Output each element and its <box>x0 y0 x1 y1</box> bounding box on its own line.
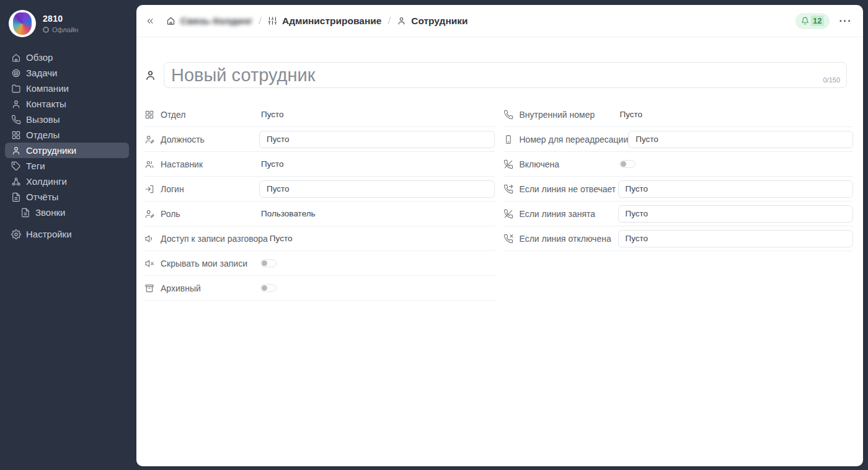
sidebar-item-label: Отчёты <box>26 192 58 202</box>
form-right-column: Внутренний номер Пусто Номер для переадр… <box>503 102 854 251</box>
sidebar-item-label: Обзор <box>26 52 53 63</box>
phone-x-icon <box>503 234 513 244</box>
sidebar-item-label: Вызовы <box>26 114 60 125</box>
position-input[interactable] <box>259 131 495 148</box>
phone-icon <box>503 110 513 120</box>
user-pen-icon <box>144 209 154 219</box>
line-busy-input[interactable] <box>618 205 854 223</box>
record-access-value[interactable]: Пусто <box>268 234 293 243</box>
forward-number-input[interactable] <box>628 131 853 148</box>
sidebar-item-calls[interactable]: Вызовы <box>5 112 129 127</box>
sidebar-item-contacts[interactable]: Контакты <box>5 96 129 112</box>
employee-name-input[interactable] <box>164 62 847 88</box>
login-input[interactable] <box>259 180 495 198</box>
breadcrumb-holding[interactable]: Связь-Холдинг <box>166 16 252 27</box>
sidebar-item-label: Компании <box>26 83 69 94</box>
row-line-busy: Если линия занята <box>503 202 854 226</box>
field-label: Скрывать мои записи <box>161 259 259 268</box>
volume-x-icon <box>144 259 154 268</box>
extension-number-value[interactable]: Пусто <box>618 110 643 119</box>
row-hide-records: Скрывать мои записи <box>144 251 495 276</box>
sidebar-item-reports[interactable]: Отчёты <box>5 189 129 205</box>
more-menu-button[interactable]: ··· <box>839 18 852 24</box>
sidebar-item-label: Сотрудники <box>26 145 76 156</box>
toggle-knob <box>621 161 626 167</box>
role-value[interactable]: Пользователь <box>259 209 316 218</box>
notifications-count: 12 <box>811 16 823 26</box>
user-status: Офлайн <box>43 26 78 33</box>
hide-records-toggle[interactable] <box>260 259 277 267</box>
field-label: Если линия отключена <box>520 234 618 244</box>
user-status-label: Офлайн <box>52 26 78 33</box>
breadcrumb-label: Администрирование <box>282 16 382 27</box>
folder-icon <box>11 84 21 94</box>
department-value[interactable]: Пусто <box>259 110 284 119</box>
user-block[interactable]: 2810 Офлайн <box>0 0 136 45</box>
field-label: Включена <box>520 159 618 169</box>
tag-icon <box>11 161 21 171</box>
field-label: Наставник <box>161 159 259 169</box>
sidebar-item-label: Отделы <box>26 130 60 140</box>
breadcrumb-separator: / <box>259 15 262 27</box>
row-position: Должность <box>144 127 495 152</box>
users-icon <box>144 159 154 169</box>
user-icon <box>11 99 21 109</box>
network-icon <box>11 177 21 187</box>
field-label: Роль <box>161 209 259 219</box>
grid-icon <box>11 130 21 140</box>
avatar-image <box>13 12 32 35</box>
sidebar-item-tags[interactable]: Теги <box>5 158 129 174</box>
archive-icon <box>144 283 154 293</box>
row-line-no-answer: Если линия не отвечает <box>503 177 854 202</box>
field-label: Номер для переадресации <box>520 135 629 144</box>
line-no-answer-input[interactable] <box>618 180 854 198</box>
status-offline-icon <box>43 27 49 33</box>
row-role: Роль Пользователь <box>144 202 495 226</box>
sliders-icon <box>268 16 277 25</box>
line-enabled-toggle[interactable] <box>619 160 636 168</box>
breadcrumb-administration[interactable]: Администрирование <box>268 16 382 27</box>
field-label: Логин <box>161 184 259 194</box>
sidebar-item-reports-calls[interactable]: Звонки <box>5 205 129 220</box>
user-icon <box>144 69 156 81</box>
field-label: Архивный <box>161 283 259 293</box>
sidebar-item-holdings[interactable]: Холдинги <box>5 174 129 189</box>
sidebar-item-tasks[interactable]: Задачи <box>5 65 129 81</box>
toggle-knob <box>262 285 267 291</box>
field-label: Если линия не отвечает <box>520 184 618 194</box>
breadcrumb-label: Связь-Холдинг <box>180 16 252 27</box>
breadcrumb: Связь-Холдинг / Администрирование / Сотр… <box>166 15 468 27</box>
user-name: 2810 <box>43 14 78 24</box>
employee-form: Отдел Пусто Должность Наставник Пусто Ло… <box>136 102 863 301</box>
toggle-knob <box>262 260 267 266</box>
row-mentor: Наставник Пусто <box>144 152 495 177</box>
sidebar-item-employees[interactable]: Сотрудники <box>5 143 129 158</box>
breadcrumb-label: Сотрудники <box>411 16 467 27</box>
row-archived: Архивный <box>144 276 495 301</box>
row-extension-number: Внутренний номер Пусто <box>503 102 854 127</box>
mentor-value[interactable]: Пусто <box>259 159 284 169</box>
field-label: Должность <box>161 135 259 144</box>
notifications-badge[interactable]: 12 <box>795 13 829 29</box>
avatar <box>9 10 36 37</box>
sidebar-item-overview[interactable]: Обзор <box>5 50 129 65</box>
phone-icon <box>11 115 21 125</box>
field-label: Внутренний номер <box>520 110 618 120</box>
sidebar-item-settings[interactable]: Настройки <box>5 226 129 242</box>
row-login: Логин <box>144 177 495 202</box>
archived-toggle[interactable] <box>260 284 277 292</box>
collapse-sidebar-button[interactable] <box>145 16 155 26</box>
user-icon <box>11 146 21 156</box>
char-counter: 0/150 <box>823 76 840 84</box>
line-disabled-input[interactable] <box>618 230 854 247</box>
user-icon <box>397 16 406 25</box>
sidebar-item-companies[interactable]: Компании <box>5 81 129 96</box>
phone-off-icon <box>503 159 513 169</box>
sidebar-item-label: Задачи <box>26 68 57 78</box>
home-icon <box>11 53 21 63</box>
sidebar-item-departments[interactable]: Отделы <box>5 127 129 143</box>
breadcrumb-employees[interactable]: Сотрудники <box>397 16 467 27</box>
main-panel: Связь-Холдинг / Администрирование / Сотр… <box>136 5 863 466</box>
mobile-icon <box>503 135 513 144</box>
row-line-enabled: Включена <box>503 152 854 177</box>
